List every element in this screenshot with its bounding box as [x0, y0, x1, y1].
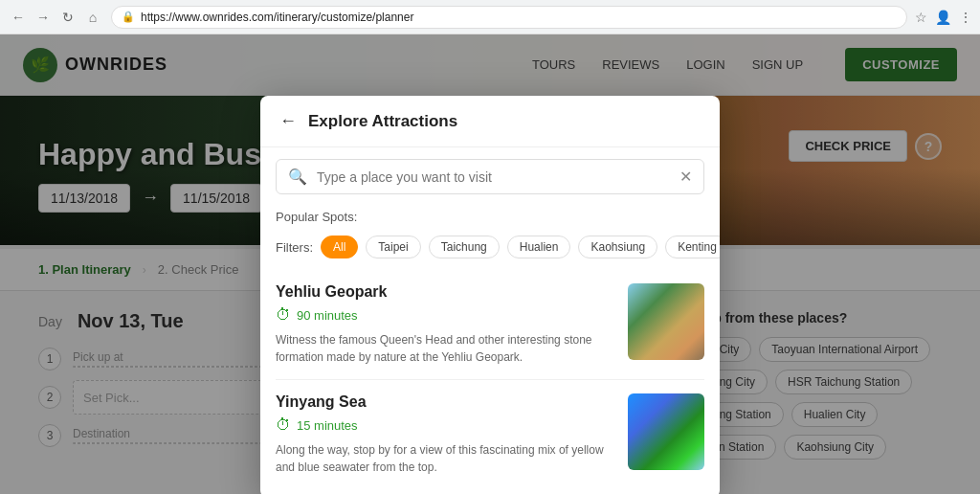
attraction-desc-yinyang: Along the way, stop by for a view of thi…	[276, 441, 614, 476]
search-box: 🔍 ✕	[276, 159, 704, 194]
url-text: https://www.ownrides.com/itinerary/custo…	[141, 11, 897, 24]
duration-tag-yehliu: ⏱ 90 minutes	[276, 306, 614, 324]
attraction-image-yehliu	[628, 283, 704, 360]
search-input[interactable]	[317, 169, 670, 185]
modal-title: Explore Attractions	[308, 112, 457, 131]
home-button[interactable]: ⌂	[82, 7, 103, 28]
list-item[interactable]: Yinyang Sea ⏱ 15 minutes Along the way, …	[276, 380, 704, 489]
explore-attractions-modal: ← Explore Attractions 🔍 ✕ Popular Spots:…	[260, 96, 720, 494]
attraction-image-yinyang	[628, 393, 704, 470]
page-container: 🌿 OWNRIDES TOURS REVIEWS LOGIN SIGN UP C…	[0, 34, 980, 494]
filter-kaohsiung[interactable]: Kaohsiung	[578, 236, 657, 258]
browser-nav-buttons: ← → ↻ ⌂	[8, 7, 103, 28]
duration-text-yehliu: 90 minutes	[297, 308, 358, 323]
more-button[interactable]: ⋮	[959, 10, 972, 25]
attraction-info-yinyang: Yinyang Sea ⏱ 15 minutes Along the way, …	[276, 393, 614, 476]
back-button[interactable]: ←	[8, 7, 29, 28]
duration-tag-yinyang: ⏱ 15 minutes	[276, 416, 614, 434]
filter-taipei[interactable]: Taipei	[366, 236, 420, 258]
popular-spots-label: Popular Spots:	[260, 206, 720, 232]
attraction-desc-yehliu: Witness the famous Queen's Head and othe…	[276, 331, 614, 366]
refresh-button[interactable]: ↻	[57, 7, 78, 28]
filters-label: Filters:	[276, 240, 313, 255]
address-bar[interactable]: 🔒 https://www.ownrides.com/itinerary/cus…	[111, 6, 907, 29]
clock-icon-2: ⏱	[276, 416, 291, 434]
filter-kenting[interactable]: Kenting	[665, 236, 720, 258]
browser-chrome: ← → ↻ ⌂ 🔒 https://www.ownrides.com/itine…	[0, 0, 980, 34]
filter-all[interactable]: All	[321, 236, 358, 258]
profile-button[interactable]: 👤	[935, 10, 951, 25]
filter-hualien[interactable]: Hualien	[507, 236, 571, 258]
search-icon: 🔍	[288, 168, 307, 186]
attraction-info-yehliu: Yehliu Geopark ⏱ 90 minutes Witness the …	[276, 283, 614, 366]
filter-taichung[interactable]: Taichung	[429, 236, 500, 258]
clock-icon: ⏱	[276, 306, 291, 324]
forward-button[interactable]: →	[33, 7, 54, 28]
lock-icon: 🔒	[122, 11, 135, 23]
list-item[interactable]: Yehliu Geopark ⏱ 90 minutes Witness the …	[276, 270, 704, 380]
modal-header: ← Explore Attractions	[260, 96, 720, 147]
bookmark-button[interactable]: ☆	[915, 10, 927, 25]
clear-search-button[interactable]: ✕	[679, 168, 692, 186]
duration-text-yinyang: 15 minutes	[297, 418, 358, 433]
search-container: 🔍 ✕	[260, 147, 720, 206]
filter-bar: Filters: All Taipei Taichung Hualien Kao…	[260, 232, 720, 270]
attraction-name-yehliu: Yehliu Geopark	[276, 283, 614, 301]
modal-back-button[interactable]: ←	[279, 111, 297, 131]
attractions-list: Yehliu Geopark ⏱ 90 minutes Witness the …	[260, 270, 720, 494]
attraction-name-yinyang: Yinyang Sea	[276, 393, 614, 411]
